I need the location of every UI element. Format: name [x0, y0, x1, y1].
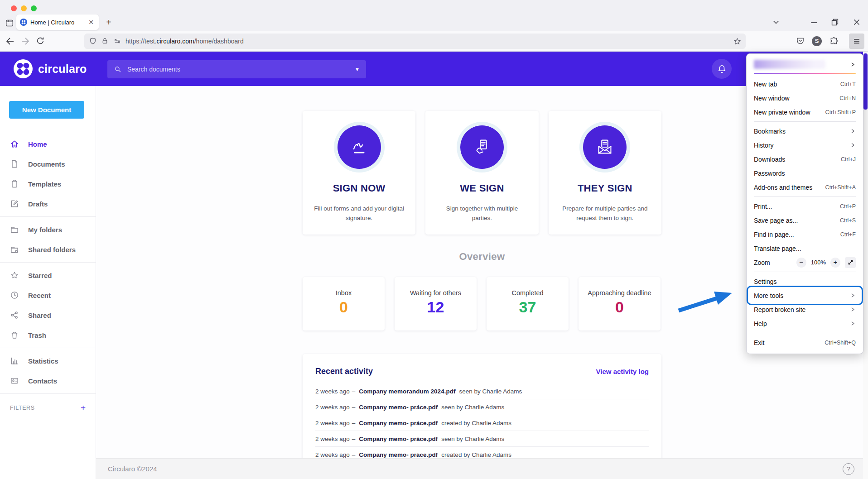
sign-now-card[interactable]: SIGN NOW Fill out forms and add your dig… — [303, 111, 415, 235]
lock-icon[interactable] — [101, 37, 109, 45]
activity-file[interactable]: Company memorandum 2024.pdf — [359, 388, 455, 395]
they-sign-card[interactable]: THEY SIGN Prepare for multiple parties a… — [549, 111, 661, 235]
chevron-right-icon — [850, 292, 856, 298]
card-title: WE SIGN — [460, 182, 504, 194]
new-tab-button[interactable]: + — [103, 17, 114, 28]
activity-file[interactable]: Company memo- práce.pdf — [359, 404, 438, 411]
recent-activity-title: Recent activity — [315, 367, 373, 376]
new-document-button[interactable]: New Document — [9, 101, 84, 119]
screen: Home | Circularo ✕ + — [0, 0, 868, 479]
stat-card-completed[interactable]: Completed 37 — [487, 277, 569, 331]
zoom-level[interactable]: 100% — [811, 259, 826, 266]
browser-tab[interactable]: Home | Circularo ✕ — [16, 14, 99, 30]
page-scrollbar-track[interactable] — [863, 52, 868, 479]
sidebar-item-contacts[interactable]: Contacts — [0, 371, 96, 391]
activity-file[interactable]: Company memo- práce.pdf — [359, 451, 438, 458]
bookmark-star-icon[interactable] — [733, 37, 741, 45]
menu-item-new-private-window[interactable]: New private windowCtrl+Shift+P — [749, 105, 860, 119]
search-input[interactable]: Search documents ▼ — [107, 60, 366, 78]
sidebar-item-documents[interactable]: Documents — [0, 154, 96, 174]
page-scrollbar-thumb[interactable] — [863, 53, 868, 110]
menu-item-bookmarks[interactable]: Bookmarks — [749, 124, 860, 138]
menu-hamburger-icon[interactable] — [849, 34, 864, 49]
minimize-window-dot[interactable] — [21, 5, 27, 11]
menu-item-print[interactable]: Print...Ctrl+P — [749, 199, 860, 213]
sidebar-item-shared[interactable]: Shared — [0, 305, 96, 325]
menu-item-addons[interactable]: Add-ons and themesCtrl+Shift+A — [749, 180, 860, 194]
menu-item-find-in-page[interactable]: Find in page...Ctrl+F — [749, 227, 860, 241]
minimize-icon[interactable] — [809, 17, 819, 27]
menu-divider — [754, 272, 856, 272]
sidebar-item-drafts[interactable]: Drafts — [0, 194, 96, 214]
stat-card-waiting-for-others[interactable]: Waiting for others 12 — [395, 277, 477, 331]
menu-item-translate-page[interactable]: Translate page... — [749, 241, 860, 255]
sidebar-item-starred[interactable]: Starred — [0, 265, 96, 285]
sidebar-item-my-folders[interactable]: My folders — [0, 220, 96, 240]
menu-item-new-tab[interactable]: New tabCtrl+T — [749, 77, 860, 91]
activity-row[interactable]: 2 weeks ago–Company memo- práce.pdfcreat… — [315, 415, 649, 431]
menu-item-save-page-as[interactable]: Save page as...Ctrl+S — [749, 213, 860, 227]
brand[interactable]: circularo — [14, 59, 87, 78]
sidebar-item-templates[interactable]: Templates — [0, 174, 96, 194]
sidebar-item-recent[interactable]: Recent — [0, 285, 96, 305]
restore-icon[interactable] — [830, 17, 840, 27]
star-icon — [10, 271, 19, 280]
back-icon[interactable] — [5, 36, 15, 47]
icon-ring — [334, 122, 385, 172]
add-filter-button[interactable]: + — [81, 403, 86, 413]
shield-icon[interactable] — [89, 37, 97, 45]
stat-value: 12 — [395, 298, 477, 316]
extensions-puzzle-icon[interactable] — [829, 36, 839, 46]
menu-item-downloads[interactable]: DownloadsCtrl+J — [749, 152, 860, 166]
browser-tab-bar: Home | Circularo ✕ + — [0, 0, 868, 31]
activity-row[interactable]: 2 weeks ago–Company memo- práce.pdfseen … — [315, 431, 649, 447]
menu-account-row[interactable] — [749, 57, 860, 71]
menu-divider — [754, 121, 856, 122]
menu-item-passwords[interactable]: Passwords — [749, 166, 860, 180]
menu-item-settings[interactable]: Settings — [749, 274, 860, 288]
draft-icon — [10, 199, 19, 208]
activity-row[interactable]: 2 weeks ago–Company memo- práce.pdfseen … — [315, 399, 649, 415]
help-icon[interactable]: ? — [843, 463, 854, 475]
permissions-icon[interactable] — [113, 37, 121, 45]
overview-title: Overview — [303, 251, 661, 263]
menu-item-new-window[interactable]: New windowCtrl+N — [749, 91, 860, 105]
zoom-in-button[interactable]: + — [830, 258, 840, 268]
notifications-bell-icon[interactable] — [712, 59, 732, 79]
sidebar-item-shared-folders[interactable]: Shared folders — [0, 240, 96, 259]
filters-label: FILTERS — [10, 405, 35, 411]
chevron-right-icon — [850, 142, 856, 148]
list-tabs-chevron-icon[interactable] — [771, 17, 781, 27]
activity-file[interactable]: Company memo- práce.pdf — [359, 420, 438, 426]
close-window-dot[interactable] — [11, 5, 17, 11]
stat-card-approaching-deadline[interactable]: Approaching deadline 0 — [579, 277, 661, 331]
sidebar-divider — [0, 216, 96, 217]
menu-item-history[interactable]: History — [749, 138, 860, 152]
close-icon[interactable] — [852, 17, 862, 27]
sidebar-item-home[interactable]: Home — [0, 134, 96, 154]
sidebar-item-statistics[interactable]: Statistics — [0, 351, 96, 371]
url-bar[interactable]: https://test.circularo.com/home/dashboar… — [84, 34, 746, 49]
view-activity-log-link[interactable]: View activity log — [596, 368, 649, 375]
menu-item-help[interactable]: Help — [749, 316, 860, 331]
fullscreen-icon[interactable] — [845, 257, 856, 268]
firefox-view-icon[interactable] — [5, 18, 15, 28]
we-sign-card[interactable]: WE SIGN Sign together with multiple part… — [425, 111, 538, 235]
menu-item-report-broken-site[interactable]: Report broken site — [749, 302, 860, 316]
reload-icon[interactable] — [35, 36, 46, 47]
account-badge[interactable]: S — [812, 36, 822, 46]
pocket-icon[interactable] — [796, 36, 805, 46]
activity-list: 2 weeks ago–Company memorandum 2024.pdfs… — [315, 383, 649, 463]
forward-icon[interactable] — [20, 36, 31, 47]
stat-card-inbox[interactable]: Inbox 0 — [303, 277, 385, 331]
tab-close-icon[interactable]: ✕ — [87, 18, 95, 26]
activity-row[interactable]: 2 weeks ago–Company memorandum 2024.pdfs… — [315, 383, 649, 399]
search-dropdown-caret-icon[interactable]: ▼ — [355, 67, 360, 72]
menu-item-more-tools[interactable]: More tools — [749, 288, 860, 302]
sidebar-item-trash[interactable]: Trash — [0, 325, 96, 345]
activity-file[interactable]: Company memo- práce.pdf — [359, 436, 438, 442]
zoom-out-button[interactable]: − — [796, 258, 806, 268]
menu-item-exit[interactable]: ExitCtrl+Shift+Q — [749, 335, 860, 350]
zoom-window-dot[interactable] — [31, 5, 37, 11]
trash-icon — [10, 331, 19, 340]
